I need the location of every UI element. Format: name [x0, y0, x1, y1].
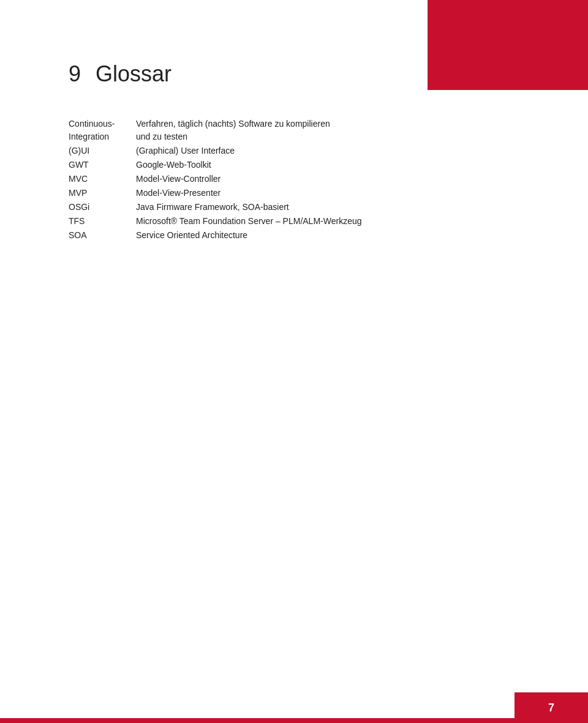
page-number: 7 — [548, 702, 554, 714]
glossary-entry-mvc: MVC Model-View-Controller — [69, 173, 404, 185]
glossary-entry-tfs: TFS Microsoft® Team Foundation Server – … — [69, 215, 404, 228]
section-title: Glossar — [96, 61, 172, 87]
glossary-term-soa: SOA — [69, 229, 136, 242]
glossary-term-tfs: TFS — [69, 215, 136, 228]
glossary-def-gui: (Graphical) User Interface — [136, 144, 404, 157]
glossary-entry-gui: (G)UI (Graphical) User Interface — [69, 144, 404, 157]
glossary-table: Continuous- Integration Verfahren, tägli… — [69, 118, 404, 242]
glossary-def-tfs: Microsoft® Team Foundation Server – PLM/… — [136, 215, 404, 228]
glossary-entry-mvp: MVP Model-View-Presenter — [69, 187, 404, 200]
glossary-term-gui: (G)UI — [69, 144, 136, 157]
glossary-entry-gwt: GWT Google-Web-Toolkit — [69, 159, 404, 171]
glossary-def-osgi: Java Firmware Framework, SOA-basiert — [136, 201, 404, 214]
main-content: 9 Glossar Continuous- Integration Verfah… — [69, 61, 404, 243]
section-heading: 9 Glossar — [69, 61, 404, 87]
glossary-def-soa: Service Oriented Architecture — [136, 229, 404, 242]
bottom-red-line — [0, 718, 514, 723]
red-decoration-stripe — [428, 0, 431, 90]
page-number-block: 7 — [514, 692, 588, 723]
glossary-def-mvp: Model-View-Presenter — [136, 187, 404, 200]
glossary-term-gwt: GWT — [69, 159, 136, 171]
page: 9 Glossar Continuous- Integration Verfah… — [0, 0, 588, 723]
glossary-entry-soa: SOA Service Oriented Architecture — [69, 229, 404, 242]
glossary-entry-ci: Continuous- Integration Verfahren, tägli… — [69, 118, 404, 143]
glossary-term-ci: Continuous- Integration — [69, 118, 136, 143]
glossary-def-gwt: Google-Web-Toolkit — [136, 159, 404, 171]
glossary-term-mvp: MVP — [69, 187, 136, 200]
glossary-term-osgi: OSGi — [69, 201, 136, 214]
red-decoration-top-right — [430, 0, 588, 90]
section-number: 9 — [69, 61, 81, 87]
glossary-entry-osgi: OSGi Java Firmware Framework, SOA-basier… — [69, 201, 404, 214]
glossary-term-mvc: MVC — [69, 173, 136, 185]
glossary-def-ci: Verfahren, täglich (nachts) Software zu … — [136, 118, 404, 143]
glossary-def-mvc: Model-View-Controller — [136, 173, 404, 185]
